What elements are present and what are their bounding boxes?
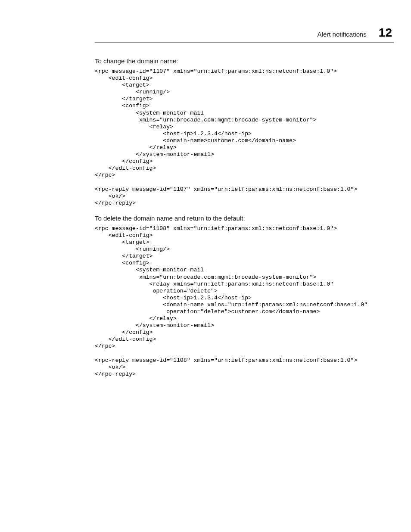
header-title: Alert notifications bbox=[318, 31, 367, 38]
section-2-para: To delete the domain name and return to … bbox=[95, 215, 394, 222]
section-1-code: <rpc message-id="1107" xmlns="urn:ietf:p… bbox=[95, 68, 394, 207]
page-header: Alert notifications 12 bbox=[95, 26, 394, 40]
page-content: Alert notifications 12 To change the dom… bbox=[0, 0, 411, 378]
section-1-para: To change the domain name: bbox=[95, 57, 394, 65]
chapter-number: 12 bbox=[379, 26, 392, 40]
section-2-code: <rpc message-id="1108" xmlns="urn:ietf:p… bbox=[95, 225, 394, 378]
header-rule bbox=[95, 42, 394, 43]
